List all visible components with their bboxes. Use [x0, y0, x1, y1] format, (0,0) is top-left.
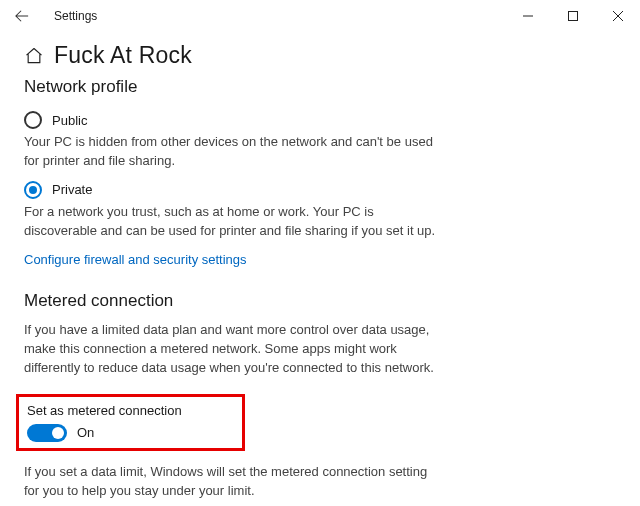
- page-header: Fuck At Rock: [24, 42, 616, 69]
- firewall-link[interactable]: Configure firewall and security settings: [24, 252, 247, 267]
- radio-private-input[interactable]: [24, 181, 42, 199]
- metered-heading: Metered connection: [24, 291, 616, 311]
- svg-rect-0: [568, 12, 577, 21]
- window-controls: [505, 0, 640, 32]
- titlebar: Settings: [0, 0, 640, 32]
- metered-toggle-label: Set as metered connection: [27, 403, 182, 418]
- close-button[interactable]: [595, 0, 640, 32]
- close-icon: [613, 11, 623, 21]
- minimize-icon: [523, 11, 533, 21]
- minimize-button[interactable]: [505, 0, 550, 32]
- maximize-icon: [568, 11, 578, 21]
- metered-toggle-row: On: [27, 424, 182, 442]
- back-button[interactable]: [8, 2, 36, 30]
- radio-private-label: Private: [52, 182, 92, 197]
- maximize-button[interactable]: [550, 0, 595, 32]
- radio-public[interactable]: Public: [24, 111, 616, 129]
- window-title: Settings: [54, 9, 97, 23]
- content-area: Fuck At Rock Network profile Public Your…: [0, 32, 640, 506]
- page-title: Fuck At Rock: [54, 42, 192, 69]
- metered-toggle-highlight: Set as metered connection On: [16, 394, 245, 451]
- private-description: For a network you trust, such as at home…: [24, 203, 444, 241]
- public-description: Your PC is hidden from other devices on …: [24, 133, 444, 171]
- home-icon: [24, 46, 44, 66]
- data-limit-description: If you set a data limit, Windows will se…: [24, 463, 444, 501]
- toggle-knob-icon: [52, 427, 64, 439]
- metered-toggle-state: On: [77, 425, 94, 440]
- radio-private[interactable]: Private: [24, 181, 616, 199]
- radio-public-input[interactable]: [24, 111, 42, 129]
- radio-public-label: Public: [52, 113, 87, 128]
- arrow-left-icon: [15, 9, 29, 23]
- metered-toggle[interactable]: [27, 424, 67, 442]
- network-profile-heading: Network profile: [24, 77, 616, 97]
- metered-description: If you have a limited data plan and want…: [24, 321, 444, 378]
